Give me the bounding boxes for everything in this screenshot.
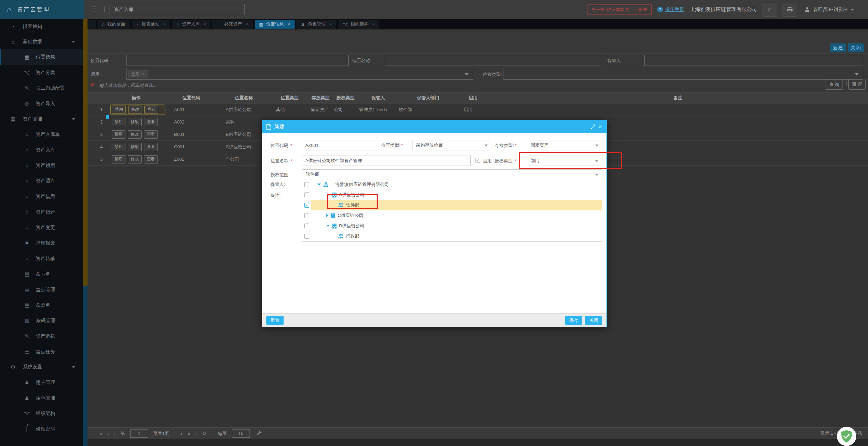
sidebar-item[interactable]: ▩条码管理 — [0, 313, 83, 328]
view-button[interactable]: 查看 — [144, 155, 158, 163]
sidebar-item[interactable]: ○资产转移 — [0, 251, 83, 266]
dialog-save-button[interactable]: 保存 — [565, 316, 582, 325]
storage-type-select[interactable]: 固定资产 — [527, 140, 602, 150]
sidebar-item[interactable]: ✖清理报废 — [0, 235, 83, 251]
sidebar-item[interactable]: ○资产归还 — [0, 204, 83, 220]
tree-node-company-root[interactable]: 上海雅澳供应链管理有限公司 — [302, 179, 602, 190]
loc-code-input[interactable] — [302, 140, 378, 150]
table-row[interactable]: 1 禁用 修改 查看 A001 A供应链公司 其他 固定资产 公司 管理员1-k… — [88, 103, 868, 116]
close-icon[interactable]: ✕ — [203, 22, 206, 26]
sidebar-item-asset-import[interactable]: ⊕ 资产导入 — [0, 96, 83, 111]
sidebar-item[interactable]: ✎资产调拨 — [0, 328, 83, 344]
first-page-button[interactable]: « — [99, 430, 102, 436]
tree-node-company-b[interactable]: B供应链公司 — [302, 221, 602, 231]
edit-button[interactable]: 修改 — [128, 106, 142, 114]
filter-loc-type-select[interactable] — [503, 68, 863, 80]
disable-button[interactable]: 禁用 — [112, 130, 125, 139]
print-button[interactable] — [783, 3, 797, 17]
view-button[interactable]: 查看 — [144, 106, 158, 114]
tree-node-company-c[interactable]: C供应链公司 — [302, 210, 602, 221]
edit-button[interactable]: 修改 — [128, 155, 142, 163]
sidebar-item-org-structure[interactable]: ⌥组织架构 — [0, 406, 83, 421]
edit-button[interactable]: 修改 — [128, 130, 142, 139]
view-button[interactable]: 查看 — [144, 130, 158, 139]
close-icon[interactable]: ✕ — [598, 124, 602, 130]
loc-type-select[interactable]: 采购存放位置 — [412, 140, 491, 150]
enable-checkbox[interactable]: ✓ — [475, 158, 480, 163]
tree-node-admin-dept[interactable]: 行政部 — [302, 231, 602, 241]
sidebar-item[interactable]: ▤盘盈单 — [0, 297, 83, 313]
menu-search-input[interactable] — [110, 4, 245, 15]
remove-tag-icon[interactable]: ✕ — [142, 72, 145, 76]
view-button[interactable]: 查看 — [144, 118, 158, 126]
sidebar-item[interactable]: ○资产退库 — [0, 173, 83, 189]
edit-button[interactable]: 修改 — [128, 118, 142, 126]
sidebar-item[interactable]: ○资产变更 — [0, 220, 83, 235]
filter-loc-code-input[interactable] — [126, 55, 349, 66]
tab-org-structure[interactable]: ⌥ 组织架构 ✕ — [338, 20, 379, 29]
disable-button[interactable]: 禁用 — [112, 118, 125, 126]
reset-button[interactable]: 重置 — [848, 79, 866, 90]
dialog-reset-button[interactable]: 重置 — [266, 316, 284, 325]
sidebar-item-user-mgmt[interactable]: ♟用户管理 — [0, 375, 83, 390]
close-icon[interactable]: ✕ — [245, 22, 248, 26]
sidebar-item-employee-selfservice[interactable]: ✎ 员工自助配置 — [0, 80, 83, 96]
splitter-scrollbar-thumb[interactable] — [83, 19, 88, 286]
edit-button[interactable]: 修改 — [128, 143, 142, 151]
close-icon[interactable]: ✕ — [163, 22, 166, 26]
scan-qr-link[interactable]: 扫一扫,快速体验资产云管理 — [588, 4, 652, 15]
close-button[interactable]: 关闭 — [848, 43, 864, 52]
auth-scope-select[interactable]: 软件部 — [302, 169, 602, 179]
caret-down-icon[interactable] — [317, 184, 321, 186]
sidebar-item[interactable]: ○资产入库 — [0, 142, 83, 158]
sidebar-item-asset-category[interactable]: ⌥ 资产分类 — [0, 65, 83, 80]
user-menu[interactable]: 管理员3--刘俊冲 — [803, 7, 856, 13]
sidebar-item-report-notice[interactable]: ◔ 报表通知 — [0, 19, 83, 34]
filter-loc-name-input[interactable] — [385, 55, 601, 66]
hamburger-menu-icon[interactable]: ☰ — [90, 5, 96, 13]
disable-button[interactable]: 禁用 — [112, 143, 125, 151]
tree-checkbox[interactable] — [304, 234, 309, 239]
tree-node-software-dept[interactable]: ✓ 软件部 — [302, 200, 602, 210]
prev-page-button[interactable]: ‹ — [107, 430, 109, 436]
manual-link[interactable]: ? 操作手册 — [657, 7, 684, 13]
close-icon[interactable]: ✕ — [287, 22, 290, 26]
page-number-input[interactable] — [130, 429, 148, 438]
sidebar-group-system-settings[interactable]: ⚙ 系统设置 — [0, 359, 83, 375]
tab-my-desktop[interactable]: ⌂ 我的桌面 — [98, 20, 130, 29]
sidebar-item[interactable]: ▤盘点管理 — [0, 282, 83, 297]
sidebar-item[interactable]: ▤盘亏单 — [0, 266, 83, 282]
tab-supplement-asset[interactable]: → 补充资产 ✕ — [212, 20, 253, 29]
tree-checkbox[interactable] — [304, 182, 309, 187]
caret-down-icon[interactable] — [326, 194, 330, 196]
filter-enabled-multiselect[interactable]: 启用 ✕ — [126, 68, 473, 80]
sidebar-splitter[interactable] — [83, 19, 88, 446]
auth-type-select[interactable]: 部门 — [527, 156, 602, 166]
tree-checkbox[interactable] — [304, 224, 309, 228]
dialog-header[interactable]: 新建 ✕ — [262, 120, 606, 133]
tab-scroll-button[interactable] — [88, 20, 96, 29]
tab-role-mgmt[interactable]: ♟ 角色管理 ✕ — [296, 20, 336, 29]
caret-down-icon[interactable] — [326, 225, 330, 227]
sidebar-item-change-password[interactable]: 修改密码 — [0, 421, 83, 437]
row-selection-handle[interactable] — [106, 115, 109, 119]
tree-checkbox-checked[interactable]: ✓ — [304, 203, 309, 208]
maximize-icon[interactable] — [591, 125, 595, 129]
per-page-input[interactable] — [232, 429, 250, 438]
tab-asset-instock[interactable]: ○ 资产入库 ✕ — [172, 20, 211, 29]
sidebar-item-location-info[interactable]: ▦ 位置信息 — [0, 49, 83, 65]
tab-location-info[interactable]: ▦ 位置信息 ✕ — [255, 20, 295, 29]
sidebar-item[interactable]: ○资产入库单 — [0, 127, 83, 142]
loc-name-input[interactable] — [302, 156, 471, 166]
tree-node-company-a[interactable]: A供应链公司 — [302, 190, 602, 200]
close-icon[interactable]: ✕ — [372, 22, 375, 26]
caret-right-icon[interactable] — [326, 214, 328, 217]
tree-checkbox[interactable] — [304, 192, 309, 197]
home-button[interactable]: ⌂ — [763, 3, 777, 17]
tree-checkbox[interactable] — [304, 213, 309, 218]
close-icon[interactable]: ✕ — [329, 22, 332, 26]
dialog-close-button[interactable]: 关闭 — [585, 316, 602, 325]
search-button[interactable]: 查询 — [826, 79, 843, 90]
view-button[interactable]: 查看 — [144, 143, 158, 151]
sidebar-group-basic-data[interactable]: ⌂ 基础数据 — [0, 34, 83, 49]
